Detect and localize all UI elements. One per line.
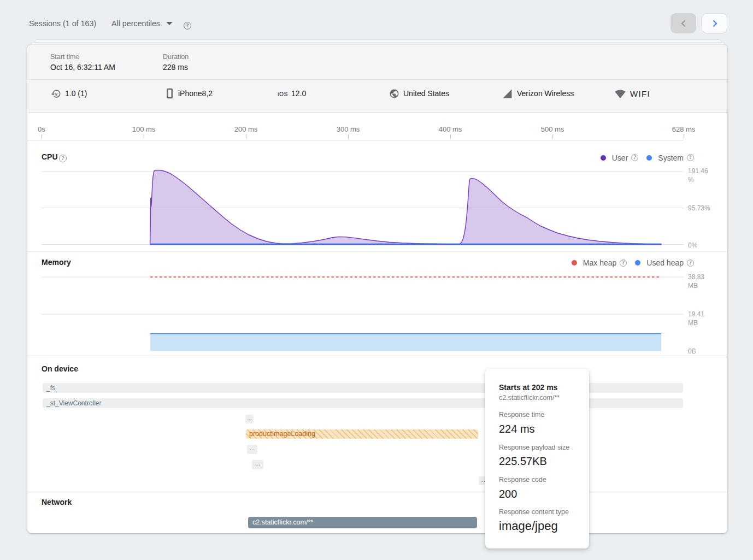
svg-text:v: v — [55, 91, 58, 97]
